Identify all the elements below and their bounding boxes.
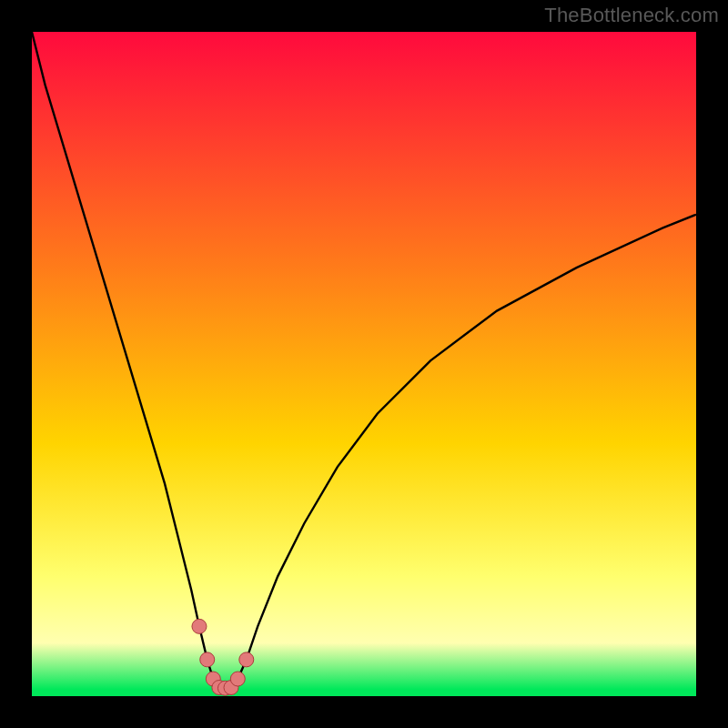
marker-point [230,672,245,686]
chart-container: TheBottleneck.com [0,0,728,728]
bottleneck-chart [32,32,696,696]
marker-point [200,652,215,667]
marker-point [239,652,254,667]
marker-point [192,619,207,633]
gradient-backdrop [32,32,696,696]
watermark-text: TheBottleneck.com [544,4,719,27]
